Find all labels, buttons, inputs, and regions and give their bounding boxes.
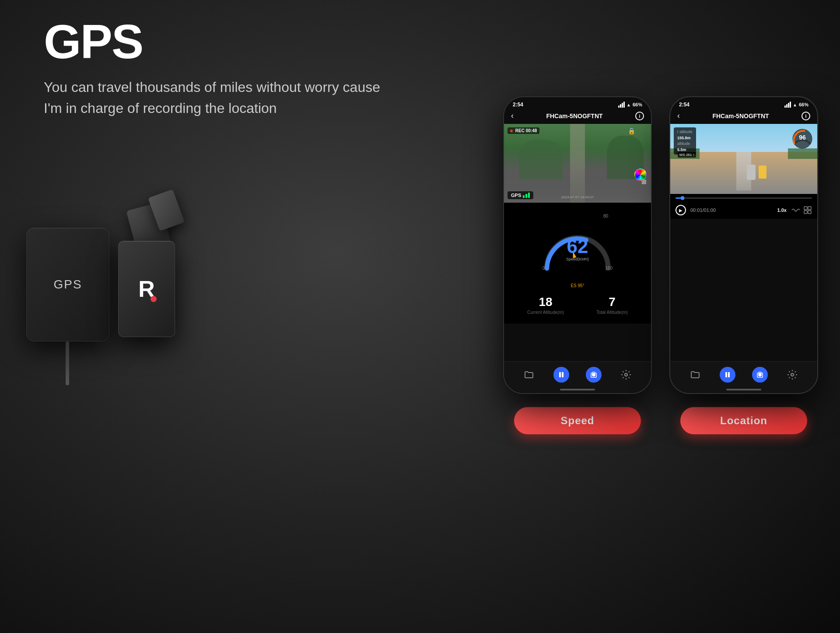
signal-bar-4: [623, 102, 625, 108]
home-indicator-speed: [560, 389, 595, 390]
phone-speed-bottom-bar: [504, 361, 651, 393]
speed-gauge: 80 62 Speed(KMH) 0: [538, 216, 617, 277]
folder-icon-speed[interactable]: [521, 367, 537, 383]
settings-icon-location[interactable]: [784, 367, 800, 383]
svg-rect-9: [804, 211, 807, 214]
signal-bar-l2: [786, 104, 788, 108]
gauge-max-label: 80: [603, 214, 608, 218]
timestamp-overlay: 2024-07-07 14:54:07: [561, 195, 594, 199]
alt-value-2: 5.5m: [677, 148, 686, 152]
svg-rect-2: [562, 372, 564, 377]
status-icons-location: ▲ 66%: [784, 102, 808, 108]
phone-header-location: ‹ FHCam-5NOGFTNT i: [670, 109, 817, 124]
altitude-total: 7 Total Altitude(m): [596, 295, 628, 315]
svg-rect-7: [804, 207, 807, 210]
pause-button-speed[interactable]: [553, 367, 569, 383]
road-sign-ws: WS 261 ↑: [678, 152, 696, 158]
svg-point-3: [592, 373, 595, 376]
settings-icon-speed[interactable]: [618, 367, 634, 383]
gps-bar-3: [528, 193, 530, 198]
signal-bar-l1: [784, 106, 786, 108]
phone-notch-speed: [551, 97, 604, 109]
speed-unit: Speed(KMH): [566, 257, 589, 261]
svg-point-18: [758, 373, 762, 376]
page-title: GPS: [44, 18, 143, 66]
phone-location: 2:54 ▲ 66% ‹ FHCam-5NOGFTNT i: [669, 96, 818, 394]
phones-section: 2:54 ▲ 66% ‹ FHCam-5NOGFTNT i: [503, 96, 818, 434]
brand-dot: [150, 296, 157, 302]
svg-rect-8: [808, 207, 811, 210]
svg-text:96: 96: [799, 134, 806, 141]
svg-rect-1: [559, 372, 561, 377]
svg-rect-16: [725, 372, 727, 377]
playback-speed: 1.0x: [777, 207, 787, 213]
gps-wire: [66, 341, 69, 385]
phone-location-bottom-bar: [670, 361, 817, 393]
speed-dial-overlay: 96: [791, 127, 814, 150]
gps-module: GPS: [26, 228, 109, 341]
info-icon-location[interactable]: i: [802, 112, 810, 120]
back-arrow-location[interactable]: ‹: [677, 111, 680, 120]
wifi-icon-location: ▲: [793, 102, 797, 107]
signal-bars-location: [784, 102, 791, 108]
altitude-row: 18 Current Altitude(m) 7 Total Altitude(…: [511, 295, 644, 315]
speed-button-label: Speed: [560, 415, 594, 427]
gauge-min-right: 160: [605, 266, 612, 271]
status-time-location: 2:54: [679, 102, 690, 108]
folder-icon-location[interactable]: [687, 367, 703, 383]
lock-icon: 🔒: [628, 127, 635, 134]
hero-subtitle: You can travel thousands of miles withou…: [44, 77, 380, 119]
gauge-min-left: 0: [542, 266, 545, 271]
hardware-section: GPS R: [26, 131, 245, 460]
svg-rect-10: [808, 211, 811, 214]
back-arrow-speed[interactable]: ‹: [511, 111, 514, 120]
progress-thumb[interactable]: [680, 196, 684, 200]
speed-number: 62: [566, 237, 589, 256]
status-time-speed: 2:54: [513, 102, 523, 108]
signal-bar-2: [620, 104, 621, 108]
signal-bar-l3: [788, 103, 789, 108]
svg-point-19: [791, 373, 794, 376]
altitude-current-label: Current Altitude(m): [527, 310, 564, 315]
camera-button-speed[interactable]: [586, 367, 602, 383]
home-indicator-location: [726, 389, 761, 390]
svg-rect-17: [728, 372, 730, 377]
video-road: [504, 124, 651, 203]
gps-bar-1: [523, 195, 525, 198]
color-wheel[interactable]: [634, 169, 647, 181]
camera-button-location[interactable]: [752, 367, 768, 383]
layout-icon[interactable]: [803, 206, 812, 215]
phone-title-location: FHCam-5NOGFTNT: [712, 113, 769, 120]
wifi-icon: ▲: [626, 102, 631, 107]
battery-icon-location: 66%: [799, 102, 808, 107]
phone-speed: 2:54 ▲ 66% ‹ FHCam-5NOGFTNT i: [503, 96, 652, 394]
location-button[interactable]: Location: [680, 407, 807, 434]
compass-display: ES 95°: [570, 283, 584, 288]
phone-speed-video: REC 00:48 🔒 ⊞ GPS: [504, 124, 651, 203]
gps-text: GPS: [511, 193, 521, 198]
alt-label-2: altitude: [677, 141, 690, 146]
info-icon-speed[interactable]: i: [635, 112, 644, 120]
altitude-overlay: r altitude 155.8m altitude 5.5m: [674, 127, 696, 155]
media-controls: ▶ 00:01/01:00 1.0x: [670, 203, 817, 219]
dashcam-body: R: [118, 241, 175, 337]
gps-module-label: GPS: [53, 278, 82, 292]
pause-button-location[interactable]: [720, 367, 735, 383]
signal-bars-speed: [618, 102, 625, 108]
signal-bar-l4: [790, 102, 791, 108]
speed-button[interactable]: Speed: [514, 407, 641, 434]
altitude-total-value: 7: [596, 295, 628, 309]
signal-bar-3: [622, 103, 623, 108]
play-button-location[interactable]: ▶: [676, 205, 686, 215]
dashcam-logo: R: [129, 271, 164, 306]
altitude-current-value: 18: [527, 295, 564, 309]
rec-badge-speed: REC 00:48: [508, 127, 539, 134]
alt-value-1: 155.8m: [677, 136, 691, 140]
waves-icon[interactable]: [791, 206, 800, 215]
playback-controls: [670, 194, 817, 203]
gps-indicator: GPS: [508, 191, 533, 199]
gps-signal-bars: [523, 193, 530, 198]
altitude-current: 18 Current Altitude(m): [527, 295, 564, 315]
location-button-label: Location: [720, 415, 767, 427]
status-icons-speed: ▲ 66%: [618, 102, 642, 108]
